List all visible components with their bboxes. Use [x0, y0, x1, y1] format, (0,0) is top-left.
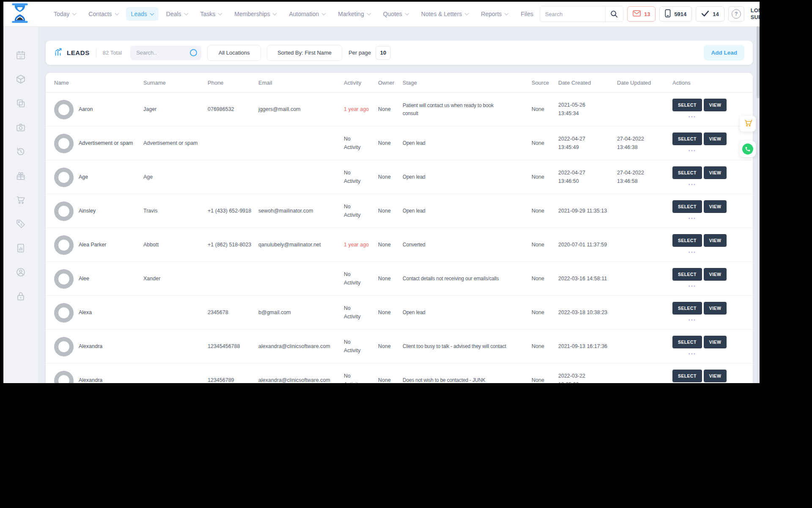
column-header-email: Email	[258, 80, 344, 86]
search-input[interactable]	[540, 11, 605, 17]
sidebar-item-tags[interactable]: $	[14, 220, 27, 230]
nav-item-contacts[interactable]: Contacts	[83, 7, 123, 21]
leads-search	[130, 46, 201, 60]
sidebar-item-camera[interactable]	[14, 123, 27, 133]
created-date: 2022-03-22	[558, 372, 611, 380]
view-button[interactable]: VIEW	[704, 302, 727, 315]
activity-cell: No Activity	[344, 372, 378, 383]
cart-floating-button[interactable]	[740, 116, 756, 132]
stage-text: Client too busy to talk - advised they w…	[403, 343, 506, 349]
sidebar-item-copy[interactable]	[14, 99, 27, 109]
select-button[interactable]: SELECT	[672, 200, 702, 213]
nav-item-quotes[interactable]: Quotes	[378, 7, 414, 21]
search-ring-icon[interactable]	[190, 49, 197, 56]
owner-cell: None	[378, 139, 403, 147]
avatar	[54, 168, 74, 187]
select-button[interactable]: SELECT	[672, 302, 702, 315]
nav-item-memberships[interactable]: Memberships	[229, 7, 281, 21]
more-actions-button[interactable]: •••	[689, 318, 696, 323]
nav-item-reports[interactable]: Reports	[476, 7, 513, 21]
page-title: LEADS	[67, 49, 90, 56]
view-button[interactable]: VIEW	[704, 234, 727, 247]
select-button[interactable]: SELECT	[672, 370, 702, 382]
location-filter[interactable]: All Locations	[207, 45, 261, 61]
select-button[interactable]: SELECT	[672, 99, 702, 111]
select-button[interactable]: SELECT	[672, 133, 702, 145]
date-created-cell: 2022-04-2713:45:49	[558, 135, 617, 152]
date-created-cell: 2021-09-29 11:35:13	[558, 207, 617, 215]
sidebar-item-history[interactable]	[14, 147, 27, 157]
avatar	[54, 235, 74, 255]
add-lead-button[interactable]: Add Lead	[704, 45, 744, 61]
phone-count: 5914	[674, 11, 686, 17]
per-page-input[interactable]: 10	[376, 46, 391, 60]
select-button[interactable]: SELECT	[672, 234, 702, 247]
nav-item-deals[interactable]: Deals	[161, 7, 193, 21]
phone-badge[interactable]: 5914	[659, 6, 692, 22]
sort-filter[interactable]: Sorted By: First Name	[267, 45, 342, 61]
select-button[interactable]: SELECT	[672, 166, 702, 179]
mobile-phone-icon	[665, 9, 671, 19]
more-actions-button[interactable]: •••	[689, 351, 696, 357]
name-cell: Alee	[54, 269, 143, 289]
sidebar-item-cart[interactable]	[14, 196, 27, 206]
mail-count: 13	[644, 11, 650, 17]
source-cell: None	[532, 173, 558, 181]
nav-item-marketing[interactable]: Marketing	[333, 7, 375, 21]
nav-item-today[interactable]: Today	[49, 7, 81, 21]
sidebar-item-lock[interactable]	[14, 292, 27, 302]
activity-cell: No Activity	[344, 169, 378, 185]
select-button[interactable]: SELECT	[672, 268, 702, 281]
whatsapp-floating-button[interactable]	[740, 141, 756, 157]
chevron-down-icon	[505, 11, 509, 15]
search-icon[interactable]	[605, 6, 623, 22]
view-button[interactable]: VIEW	[704, 200, 727, 213]
view-button[interactable]: VIEW	[704, 370, 727, 382]
email-cell: sewoh@mailinator.com	[258, 207, 344, 215]
action-buttons: SELECTVIEW	[672, 166, 727, 179]
view-button[interactable]: VIEW	[704, 268, 727, 281]
scrollbar[interactable]	[757, 26, 760, 383]
lead-name: Alea Parker	[79, 241, 106, 249]
more-actions-button[interactable]: •••	[689, 216, 696, 222]
per-page-label: Per page	[348, 50, 371, 56]
chevron-down-icon	[184, 11, 188, 15]
chevron-down-icon	[273, 11, 277, 15]
app-logo[interactable]	[9, 3, 30, 25]
stage-text: Open lead	[403, 140, 425, 146]
table-row: Alexandra12345456788alexandra@clinicsoft…	[46, 330, 753, 364]
nav-item-automation[interactable]: Automation	[284, 7, 330, 21]
avatar	[54, 100, 74, 119]
source-cell: None	[532, 342, 558, 351]
column-header-activity: Activity	[344, 80, 378, 86]
leads-search-input[interactable]	[135, 49, 190, 56]
scrollbar-thumb[interactable]	[757, 26, 760, 98]
select-button[interactable]: SELECT	[672, 336, 702, 348]
nav-item-notes-letters[interactable]: Notes & Letters	[416, 7, 474, 21]
more-actions-button[interactable]: •••	[689, 250, 696, 256]
more-actions-button[interactable]: •••	[689, 148, 696, 154]
tasks-badge[interactable]: 14	[696, 6, 724, 22]
sidebar-item-report[interactable]	[14, 244, 27, 254]
leads-table: NameSurnamePhoneEmailActivityOwnerStageS…	[46, 73, 753, 383]
name-cell: Age	[54, 168, 143, 187]
nav-item-leads[interactable]: Leads	[126, 7, 159, 21]
location-filter-label: All Locations	[219, 50, 250, 56]
view-button[interactable]: VIEW	[704, 99, 727, 111]
avatar	[54, 134, 74, 153]
view-button[interactable]: VIEW	[704, 166, 727, 179]
sidebar-item-gift[interactable]	[14, 171, 27, 182]
sidebar-item-calendar[interactable]: 12	[14, 51, 27, 61]
sidebar-item-account[interactable]	[14, 268, 27, 278]
nav-item-files[interactable]: Files	[516, 7, 538, 21]
view-button[interactable]: VIEW	[704, 133, 727, 145]
more-actions-button[interactable]: •••	[689, 182, 696, 188]
help-button[interactable]: ?	[728, 6, 744, 22]
nav-item-tasks[interactable]: Tasks	[195, 7, 227, 21]
sidebar-item-cube[interactable]	[14, 75, 27, 85]
more-actions-button[interactable]: •••	[689, 284, 696, 290]
mail-badge[interactable]: 13	[627, 6, 656, 22]
view-button[interactable]: VIEW	[704, 336, 727, 348]
more-actions-button[interactable]: •••	[689, 114, 696, 120]
date-updated-cell: 27-04-202213:46:58	[617, 169, 672, 185]
